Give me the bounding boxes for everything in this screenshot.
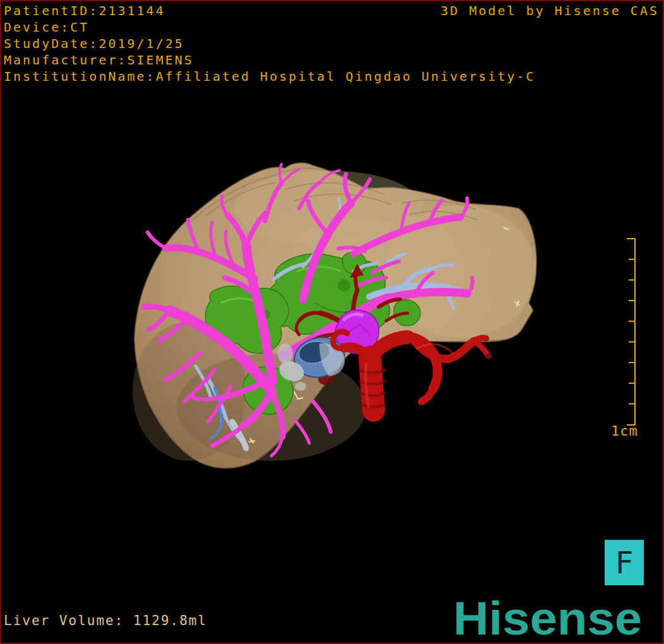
scale-label: 1cm <box>611 423 638 439</box>
scale-bar <box>621 236 640 431</box>
orientation-marker-button[interactable]: F <box>605 540 644 585</box>
liver-3d-model <box>0 0 664 644</box>
model-credit-text: 3D Model by Hisense CAS <box>441 3 659 19</box>
3d-viewport[interactable] <box>0 0 664 644</box>
hisense-logo: Hisense <box>453 591 642 644</box>
liver-volume-text: Liver Volume: 1129.8ml <box>4 612 207 629</box>
manufacturer-text: Manufacturer:SIEMENS <box>4 52 535 68</box>
device-text: Device:CT <box>4 19 535 35</box>
institution-text: InstitutionName:Affiliated Hospital Qing… <box>4 68 535 85</box>
orientation-marker-letter: F <box>615 545 634 580</box>
viewer-window: PatientID:2131144 Device:CT StudyDate:20… <box>0 0 664 644</box>
study-date-text: StudyDate:2019/1/25 <box>4 35 535 52</box>
